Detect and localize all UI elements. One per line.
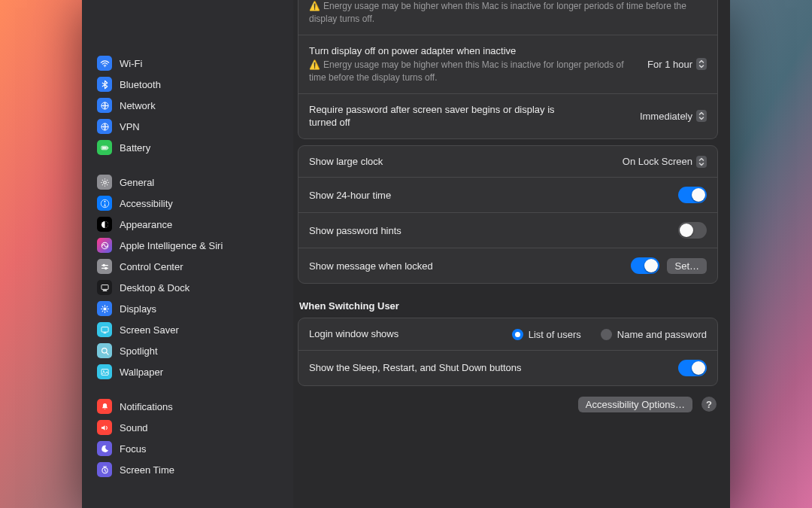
sidebar: Wi-FiBluetoothNetworkVPNBatteryGeneralAc… [82,0,293,508]
sidebar-item-label: Accessibility [120,198,173,209]
radio-list-of-users[interactable]: List of users [512,329,581,340]
sidebar-item-label: Screen Time [120,464,174,476]
svg-point-8 [104,200,105,202]
sidebar-item-vpn[interactable]: VPN [91,116,284,137]
sidebar-item-network[interactable]: Network [91,95,284,116]
siri-icon [97,238,112,253]
sidebar-group: GeneralAccessibilityAppearanceApple Inte… [82,172,293,382]
row-lock-message: Show message when locked Set… [298,248,717,283]
accessibility-options-button[interactable]: Accessibility Options… [578,397,692,412]
chevrons-icon [696,156,707,168]
login-window-radio-group: List of users Name and password [512,329,707,340]
sidebar-item-label: Network [120,100,156,111]
svg-rect-16 [101,327,108,332]
appearance-icon [97,217,112,232]
row-password-hints: Show password hints [298,212,717,248]
lock-message-toggle[interactable] [631,257,659,274]
sidebar-item-focus[interactable]: Focus [91,438,284,459]
accessibility-icon [97,196,112,211]
sidebar-item-label: Screen Saver [120,324,179,336]
radio-name-and-password[interactable]: Name and password [601,329,707,340]
sidebar-item-label: Displays [120,303,156,315]
svg-rect-14 [102,290,107,291]
sleep-restart-shutdown-toggle[interactable] [678,360,707,376]
row-title: Require password after screen saver begi… [309,103,565,129]
svg-point-20 [103,370,105,372]
sidebar-item-screen-saver[interactable]: Screen Saver [91,319,284,340]
password-hints-toggle[interactable] [678,222,707,239]
sidebar-item-label: Notifications [120,401,173,412]
sidebar-item-label: Wi-Fi [120,58,142,69]
sidebar-item-apple-intelligence-siri[interactable]: Apple Intelligence & Siri [91,235,284,256]
set-lock-message-button[interactable]: Set… [667,258,707,274]
row-title: Show password hints [309,224,401,238]
svg-point-6 [103,181,106,184]
displays-icon [97,301,112,316]
sidebar-item-accessibility[interactable]: Accessibility [91,193,284,214]
sidebar-item-spotlight[interactable]: Spotlight [91,340,284,361]
svg-point-11 [103,264,105,266]
sidebar-item-label: Spotlight [120,345,158,357]
sidebar-item-displays[interactable]: Displays [91,298,284,319]
help-button[interactable]: ? [701,397,717,412]
sidebar-item-appearance[interactable]: Appearance [91,214,284,235]
svg-rect-17 [103,332,106,333]
network-icon [97,98,112,113]
spotlight-icon [97,343,112,358]
sidebar-item-wallpaper[interactable]: Wallpaper [91,361,284,382]
panel-switching-user: Login window shows List of users Name an… [298,318,718,386]
sidebar-item-screen-time[interactable]: Screen Time [91,459,284,480]
display-off-duration-popup[interactable]: For 1 hour [647,58,707,70]
desktop-dock-icon [97,280,112,295]
row-display-off-power-adapter: Turn display off on power adapter when i… [298,35,717,93]
row-title: Show the Sleep, Restart, and Shut Down b… [309,361,522,375]
warning-note: ⚠️Energy usage may be higher when this M… [309,59,634,84]
row-require-password: Require password after screen saver begi… [298,93,717,138]
24-hour-time-toggle[interactable] [678,187,707,203]
general-icon [97,175,112,190]
notifications-icon [97,399,112,414]
sidebar-item-label: Sound [120,422,148,433]
screen-time-icon [97,462,112,477]
sidebar-item-wi-fi[interactable]: Wi-Fi [91,53,284,74]
warning-icon: ⚠️ [309,1,320,11]
svg-rect-13 [101,284,108,289]
sidebar-item-control-center[interactable]: Control Center [91,256,284,277]
row-title: Turn display off on power adapter when i… [309,44,634,58]
large-clock-popup[interactable]: On Lock Screen [623,156,707,168]
panel-clock-options: Show large clock On Lock Screen Show 24-… [298,145,718,284]
warning-icon: ⚠️ [309,59,320,70]
svg-point-12 [105,267,106,269]
svg-rect-4 [108,147,108,148]
bluetooth-icon [97,77,112,92]
focus-icon [97,441,112,456]
main-content: ⚠️Energy usage may be higher when this M… [293,0,730,508]
control-center-icon [97,259,112,274]
sidebar-group: NotificationsSoundFocusScreen Time [82,396,293,480]
sidebar-item-desktop-dock[interactable]: Desktop & Dock [91,277,284,298]
row-title: Show message when locked [309,260,433,273]
row-title: Show 24-hour time [309,189,391,202]
sidebar-item-label: Apple Intelligence & Siri [120,240,223,251]
sidebar-item-general[interactable]: General [91,172,284,193]
battery-icon [97,140,112,155]
system-settings-window: Wi-FiBluetoothNetworkVPNBatteryGeneralAc… [82,0,730,508]
sidebar-item-sound[interactable]: Sound [91,417,284,438]
sidebar-item-notifications[interactable]: Notifications [91,396,284,417]
sidebar-item-label: VPN [120,121,140,132]
row-title: Login window shows [309,327,398,341]
row-prev-item-truncated: ⚠️Energy usage may be higher when this M… [298,0,717,35]
panel-display-power: ⚠️Energy usage may be higher when this M… [298,0,718,139]
row-title: Show large clock [309,155,383,169]
section-heading-switching-user: When Switching User [299,300,717,312]
sidebar-group: Wi-FiBluetoothNetworkVPNBattery [82,53,293,158]
sidebar-item-label: Desktop & Dock [120,282,189,294]
svg-point-0 [104,65,105,66]
svg-rect-5 [102,147,106,149]
sidebar-item-battery[interactable]: Battery [91,137,284,158]
require-password-delay-popup[interactable]: Immediately [640,110,707,122]
sidebar-item-bluetooth[interactable]: Bluetooth [91,74,284,95]
svg-point-15 [103,307,106,310]
row-sleep-restart-shutdown: Show the Sleep, Restart, and Shut Down b… [298,350,717,385]
sidebar-item-label: Bluetooth [120,79,161,90]
